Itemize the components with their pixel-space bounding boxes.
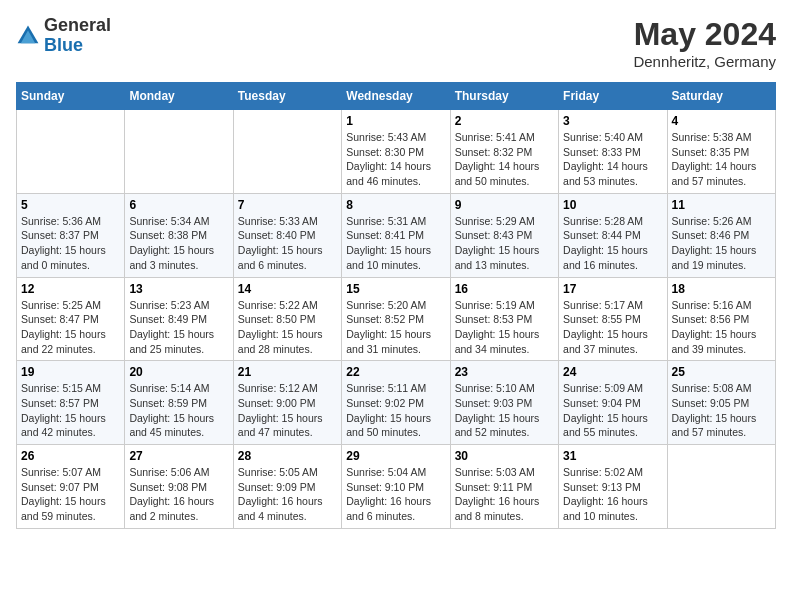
day-info: Sunrise: 5:33 AM Sunset: 8:40 PM Dayligh… [238,214,337,273]
day-info: Sunrise: 5:26 AM Sunset: 8:46 PM Dayligh… [672,214,771,273]
day-number: 7 [238,198,337,212]
calendar-cell: 22Sunrise: 5:11 AM Sunset: 9:02 PM Dayli… [342,361,450,445]
calendar-cell: 31Sunrise: 5:02 AM Sunset: 9:13 PM Dayli… [559,445,667,529]
calendar-cell: 6Sunrise: 5:34 AM Sunset: 8:38 PM Daylig… [125,193,233,277]
day-number: 6 [129,198,228,212]
day-number: 29 [346,449,445,463]
day-info: Sunrise: 5:43 AM Sunset: 8:30 PM Dayligh… [346,130,445,189]
week-row-2: 5Sunrise: 5:36 AM Sunset: 8:37 PM Daylig… [17,193,776,277]
day-info: Sunrise: 5:36 AM Sunset: 8:37 PM Dayligh… [21,214,120,273]
calendar-cell [667,445,775,529]
day-number: 25 [672,365,771,379]
day-number: 8 [346,198,445,212]
calendar-cell: 18Sunrise: 5:16 AM Sunset: 8:56 PM Dayli… [667,277,775,361]
day-info: Sunrise: 5:20 AM Sunset: 8:52 PM Dayligh… [346,298,445,357]
day-number: 11 [672,198,771,212]
calendar-cell: 24Sunrise: 5:09 AM Sunset: 9:04 PM Dayli… [559,361,667,445]
logo-blue: Blue [44,35,83,55]
weekday-header-friday: Friday [559,83,667,110]
day-number: 26 [21,449,120,463]
day-info: Sunrise: 5:09 AM Sunset: 9:04 PM Dayligh… [563,381,662,440]
day-info: Sunrise: 5:11 AM Sunset: 9:02 PM Dayligh… [346,381,445,440]
weekday-header-sunday: Sunday [17,83,125,110]
day-number: 23 [455,365,554,379]
day-number: 1 [346,114,445,128]
calendar-cell: 25Sunrise: 5:08 AM Sunset: 9:05 PM Dayli… [667,361,775,445]
day-number: 17 [563,282,662,296]
calendar-cell: 23Sunrise: 5:10 AM Sunset: 9:03 PM Dayli… [450,361,558,445]
calendar-cell: 26Sunrise: 5:07 AM Sunset: 9:07 PM Dayli… [17,445,125,529]
day-info: Sunrise: 5:05 AM Sunset: 9:09 PM Dayligh… [238,465,337,524]
day-info: Sunrise: 5:12 AM Sunset: 9:00 PM Dayligh… [238,381,337,440]
week-row-3: 12Sunrise: 5:25 AM Sunset: 8:47 PM Dayli… [17,277,776,361]
calendar-cell: 7Sunrise: 5:33 AM Sunset: 8:40 PM Daylig… [233,193,341,277]
week-row-1: 1Sunrise: 5:43 AM Sunset: 8:30 PM Daylig… [17,110,776,194]
day-info: Sunrise: 5:14 AM Sunset: 8:59 PM Dayligh… [129,381,228,440]
week-row-5: 26Sunrise: 5:07 AM Sunset: 9:07 PM Dayli… [17,445,776,529]
calendar-cell: 4Sunrise: 5:38 AM Sunset: 8:35 PM Daylig… [667,110,775,194]
day-number: 15 [346,282,445,296]
calendar-cell: 5Sunrise: 5:36 AM Sunset: 8:37 PM Daylig… [17,193,125,277]
day-info: Sunrise: 5:31 AM Sunset: 8:41 PM Dayligh… [346,214,445,273]
calendar-cell: 14Sunrise: 5:22 AM Sunset: 8:50 PM Dayli… [233,277,341,361]
logo-general: General [44,15,111,35]
day-info: Sunrise: 5:16 AM Sunset: 8:56 PM Dayligh… [672,298,771,357]
day-info: Sunrise: 5:04 AM Sunset: 9:10 PM Dayligh… [346,465,445,524]
logo-icon [16,24,40,48]
calendar-cell [233,110,341,194]
calendar-cell: 29Sunrise: 5:04 AM Sunset: 9:10 PM Dayli… [342,445,450,529]
day-info: Sunrise: 5:25 AM Sunset: 8:47 PM Dayligh… [21,298,120,357]
calendar-cell: 1Sunrise: 5:43 AM Sunset: 8:30 PM Daylig… [342,110,450,194]
calendar-cell: 11Sunrise: 5:26 AM Sunset: 8:46 PM Dayli… [667,193,775,277]
day-info: Sunrise: 5:02 AM Sunset: 9:13 PM Dayligh… [563,465,662,524]
day-number: 21 [238,365,337,379]
day-number: 27 [129,449,228,463]
day-info: Sunrise: 5:23 AM Sunset: 8:49 PM Dayligh… [129,298,228,357]
weekday-header-row: SundayMondayTuesdayWednesdayThursdayFrid… [17,83,776,110]
calendar-cell: 13Sunrise: 5:23 AM Sunset: 8:49 PM Dayli… [125,277,233,361]
calendar-cell [125,110,233,194]
calendar-cell: 10Sunrise: 5:28 AM Sunset: 8:44 PM Dayli… [559,193,667,277]
logo-text: General Blue [44,16,111,56]
day-info: Sunrise: 5:34 AM Sunset: 8:38 PM Dayligh… [129,214,228,273]
day-info: Sunrise: 5:17 AM Sunset: 8:55 PM Dayligh… [563,298,662,357]
calendar-cell: 30Sunrise: 5:03 AM Sunset: 9:11 PM Dayli… [450,445,558,529]
day-number: 24 [563,365,662,379]
day-info: Sunrise: 5:40 AM Sunset: 8:33 PM Dayligh… [563,130,662,189]
day-info: Sunrise: 5:07 AM Sunset: 9:07 PM Dayligh… [21,465,120,524]
day-info: Sunrise: 5:15 AM Sunset: 8:57 PM Dayligh… [21,381,120,440]
day-number: 14 [238,282,337,296]
day-info: Sunrise: 5:22 AM Sunset: 8:50 PM Dayligh… [238,298,337,357]
day-info: Sunrise: 5:19 AM Sunset: 8:53 PM Dayligh… [455,298,554,357]
calendar-table: SundayMondayTuesdayWednesdayThursdayFrid… [16,82,776,529]
day-number: 9 [455,198,554,212]
calendar-cell: 16Sunrise: 5:19 AM Sunset: 8:53 PM Dayli… [450,277,558,361]
day-number: 4 [672,114,771,128]
day-number: 3 [563,114,662,128]
calendar-cell: 19Sunrise: 5:15 AM Sunset: 8:57 PM Dayli… [17,361,125,445]
day-number: 13 [129,282,228,296]
day-info: Sunrise: 5:03 AM Sunset: 9:11 PM Dayligh… [455,465,554,524]
location: Dennheritz, Germany [633,53,776,70]
day-number: 18 [672,282,771,296]
day-info: Sunrise: 5:10 AM Sunset: 9:03 PM Dayligh… [455,381,554,440]
week-row-4: 19Sunrise: 5:15 AM Sunset: 8:57 PM Dayli… [17,361,776,445]
calendar-cell: 28Sunrise: 5:05 AM Sunset: 9:09 PM Dayli… [233,445,341,529]
weekday-header-tuesday: Tuesday [233,83,341,110]
day-info: Sunrise: 5:29 AM Sunset: 8:43 PM Dayligh… [455,214,554,273]
day-number: 16 [455,282,554,296]
weekday-header-thursday: Thursday [450,83,558,110]
day-number: 30 [455,449,554,463]
calendar-cell: 27Sunrise: 5:06 AM Sunset: 9:08 PM Dayli… [125,445,233,529]
day-number: 10 [563,198,662,212]
month-title: May 2024 [633,16,776,53]
calendar-cell: 21Sunrise: 5:12 AM Sunset: 9:00 PM Dayli… [233,361,341,445]
calendar-cell: 2Sunrise: 5:41 AM Sunset: 8:32 PM Daylig… [450,110,558,194]
calendar-cell: 9Sunrise: 5:29 AM Sunset: 8:43 PM Daylig… [450,193,558,277]
title-block: May 2024 Dennheritz, Germany [633,16,776,70]
day-info: Sunrise: 5:28 AM Sunset: 8:44 PM Dayligh… [563,214,662,273]
day-number: 31 [563,449,662,463]
day-number: 19 [21,365,120,379]
day-number: 20 [129,365,228,379]
calendar-cell: 15Sunrise: 5:20 AM Sunset: 8:52 PM Dayli… [342,277,450,361]
